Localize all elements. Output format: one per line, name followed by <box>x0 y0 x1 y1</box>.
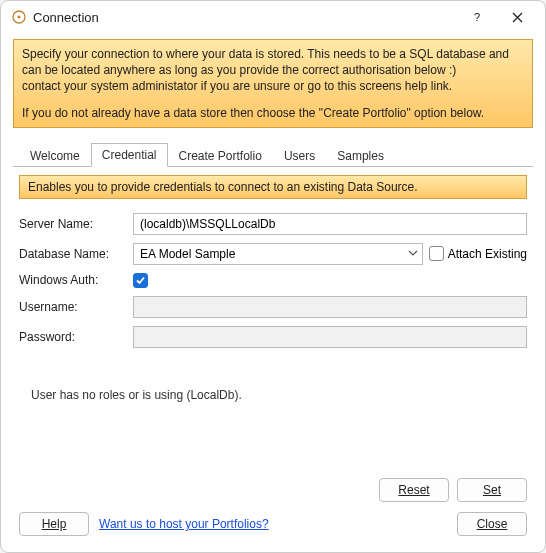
attach-existing-label: Attach Existing <box>448 247 527 261</box>
app-icon <box>11 9 27 25</box>
database-name-select[interactable]: EA Model Sample <box>133 243 423 265</box>
tab-strip: Welcome Credential Create Portfolio User… <box>13 142 533 167</box>
server-name-label: Server Name: <box>19 217 127 231</box>
info-line2: contact your system administator if you … <box>22 78 524 94</box>
info-line3: If you do not already have a data store … <box>22 105 524 121</box>
set-button[interactable]: Set <box>457 478 527 502</box>
database-name-label: Database Name: <box>19 247 127 261</box>
password-label: Password: <box>19 330 127 344</box>
attach-existing-box <box>429 246 444 261</box>
window-title: Connection <box>33 10 457 25</box>
titlebar: Connection ? <box>1 1 545 33</box>
chevron-down-icon <box>408 247 418 261</box>
windows-auth-checkbox[interactable] <box>133 273 148 288</box>
username-input[interactable] <box>133 296 527 318</box>
windows-auth-label: Windows Auth: <box>19 273 127 287</box>
password-input[interactable] <box>133 326 527 348</box>
status-text: User has no roles or is using (LocalDb). <box>31 388 527 402</box>
database-name-value: EA Model Sample <box>140 247 235 261</box>
action-buttons: Reset Set <box>13 474 533 506</box>
tab-welcome[interactable]: Welcome <box>19 144 91 167</box>
info-line1: Specify your connection to where your da… <box>22 46 524 78</box>
close-button[interactable]: Close <box>457 512 527 536</box>
host-portfolios-link[interactable]: Want us to host your Portfolios? <box>99 517 269 531</box>
close-titlebar-button[interactable] <box>497 3 537 31</box>
tab-create-portfolio[interactable]: Create Portfolio <box>168 144 273 167</box>
username-label: Username: <box>19 300 127 314</box>
attach-existing-checkbox[interactable]: Attach Existing <box>429 246 527 261</box>
tab-credential[interactable]: Credential <box>91 143 168 167</box>
tab-panel-credential: Enables you to provide credentials to co… <box>13 167 533 406</box>
svg-point-1 <box>18 16 21 19</box>
help-button[interactable]: Help <box>19 512 89 536</box>
dialog-window: Connection ? Specify your connection to … <box>0 0 546 553</box>
server-name-input[interactable] <box>133 213 527 235</box>
tab-samples[interactable]: Samples <box>326 144 395 167</box>
info-banner: Specify your connection to where your da… <box>13 39 533 128</box>
credential-hint: Enables you to provide credentials to co… <box>19 175 527 199</box>
svg-text:?: ? <box>474 11 480 23</box>
tab-users[interactable]: Users <box>273 144 326 167</box>
help-titlebar-button[interactable]: ? <box>457 3 497 31</box>
reset-button[interactable]: Reset <box>379 478 449 502</box>
bottom-bar: Help Want us to host your Portfolios? Cl… <box>13 506 533 542</box>
content-area: Specify your connection to where your da… <box>1 33 545 552</box>
